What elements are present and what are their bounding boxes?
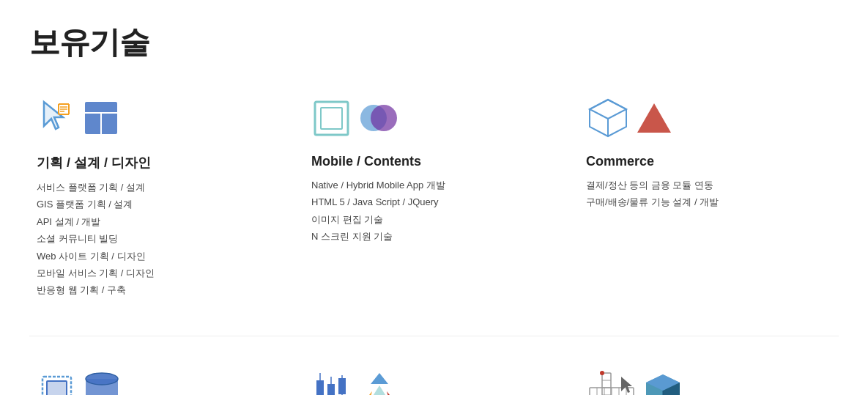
cursor-icon xyxy=(37,98,77,139)
card-mobile-icons xyxy=(311,92,557,144)
list-item: 서비스 플랫폼 기획 / 설계 xyxy=(37,179,282,196)
factory-drafting-icon xyxy=(586,369,637,395)
card-commerce-list: 결제/정산 등의 금융 모듈 연동 구매/배송/물류 기능 설계 / 개발 xyxy=(586,177,831,211)
commerce-triangle-icon xyxy=(636,100,672,136)
card-mobile: Mobile / Contents Native / Hybrid Mobile… xyxy=(304,85,564,314)
svg-marker-17 xyxy=(590,100,626,119)
list-item: Web 사이트 기획 / 디자인 xyxy=(37,248,282,265)
card-factory: Smart Factory 도료, 건재, 실리콘 MES 설계/개발 PLC,… xyxy=(579,358,839,395)
card-planning-title: 기획 / 설계 / 디자인 xyxy=(37,154,282,171)
list-item: 이미지 편집 기술 xyxy=(311,211,557,228)
card-planning: 기획 / 설계 / 디자인 서비스 플랫폼 기획 / 설계 GIS 플랫폼 기획… xyxy=(29,85,289,314)
svg-rect-24 xyxy=(86,379,118,395)
list-item: 결제/정산 등의 금융 모듈 연동 xyxy=(586,177,831,193)
factory-box-icon xyxy=(643,371,683,395)
svg-rect-32 xyxy=(338,378,346,394)
svg-marker-19 xyxy=(637,103,671,133)
cloud-recycle-icon xyxy=(357,369,401,395)
card-cloud: Cloud/Big Data 가상화 솔루션 설계 / 개발 서비스 관리 모듈… xyxy=(304,358,564,395)
svg-rect-30 xyxy=(327,384,335,395)
list-item: HTML 5 / Java Script / JQuery xyxy=(311,193,557,210)
webapp-db-icon xyxy=(83,370,121,395)
contents-circles-icon xyxy=(357,98,398,139)
svg-marker-36 xyxy=(372,385,387,395)
card-webapp: Web Application Platform/Language Indepe… xyxy=(29,358,289,395)
list-item: 반응형 웹 기획 / 구축 xyxy=(37,281,282,298)
card-webapp-icons xyxy=(37,366,282,395)
card-mobile-title: Mobile / Contents xyxy=(311,154,557,169)
svg-rect-43 xyxy=(602,373,611,395)
mobile-square-icon xyxy=(311,98,352,139)
svg-rect-12 xyxy=(315,102,348,135)
svg-rect-13 xyxy=(321,108,342,129)
card-commerce-title: Commerce xyxy=(586,154,831,169)
list-item: 소셜 커뮤니티 빌딩 xyxy=(37,230,282,247)
card-mobile-list: Native / Hybrid Mobile App 개발 HTML 5 / J… xyxy=(311,177,557,246)
svg-marker-35 xyxy=(387,391,396,395)
grid-icon xyxy=(83,100,119,136)
list-item: N 스크린 지원 기술 xyxy=(311,228,557,245)
svg-point-15 xyxy=(371,105,397,131)
card-planning-list: 서비스 플랫폼 기획 / 설계 GIS 플랫폼 기획 / 설계 API 설계 /… xyxy=(37,179,282,299)
svg-point-48 xyxy=(600,371,604,375)
list-item: 모바일 서비스 기획 / 디자인 xyxy=(37,265,282,281)
card-commerce-icons xyxy=(586,92,831,144)
list-item: API 설계 / 개발 xyxy=(37,213,282,230)
section-divider xyxy=(29,336,839,336)
svg-rect-28 xyxy=(316,380,324,395)
card-planning-icons xyxy=(37,92,282,144)
list-item: GIS 플랫폼 기획 / 설계 xyxy=(37,196,282,213)
svg-rect-21 xyxy=(47,381,67,395)
card-commerce: Commerce 결제/정산 등의 금융 모듈 연동 구매/배송/물류 기능 설… xyxy=(579,85,839,314)
list-item: Native / Hybrid Mobile App 개발 xyxy=(311,177,557,193)
svg-marker-33 xyxy=(371,373,388,384)
page-title: 보유기술 xyxy=(29,22,839,63)
card-cloud-icons xyxy=(311,366,557,395)
cloud-chart-icon xyxy=(311,369,352,395)
list-item: 구매/배송/물류 기능 설계 / 개발 xyxy=(586,193,831,210)
svg-marker-34 xyxy=(363,391,372,395)
card-factory-icons xyxy=(586,366,831,395)
webapp-select-icon xyxy=(37,371,77,395)
skills-grid: 기획 / 설계 / 디자인 서비스 플랫폼 기획 / 설계 GIS 플랫폼 기획… xyxy=(29,85,839,395)
commerce-cube-icon xyxy=(586,96,630,140)
